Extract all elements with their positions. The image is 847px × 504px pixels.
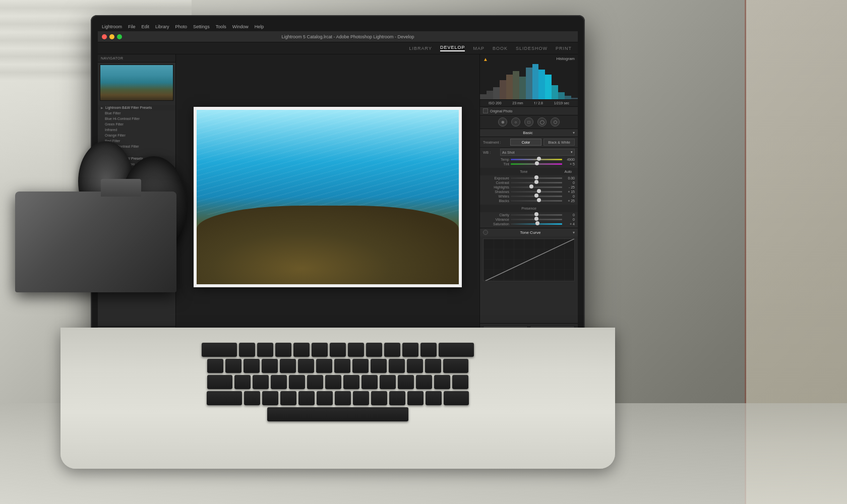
window-title: Lightroom 5 Catalog.lrcat - Adobe Photos…	[122, 34, 574, 39]
highlights-slider-thumb[interactable]	[529, 184, 533, 188]
menu-window[interactable]: Window	[232, 24, 249, 29]
module-bar: LIBRARY DEVELOP MAP BOOK SLIDESHOW PRINT	[98, 42, 578, 54]
bw-treatment-button[interactable]: Black & White	[543, 139, 575, 146]
blacks-slider-thumb[interactable]	[537, 198, 541, 202]
blacks-value: + 25	[564, 199, 575, 203]
key-y	[325, 375, 341, 389]
preset-green-filter[interactable]: Green Filter	[98, 121, 175, 127]
tone-curve-point-button[interactable]	[483, 230, 488, 235]
maximize-button[interactable]	[117, 34, 122, 39]
center-photo-area	[176, 54, 479, 340]
exposure-slider-thumb[interactable]	[534, 175, 538, 179]
right-panel: Histogram ▲	[479, 54, 578, 340]
key-f10	[402, 343, 418, 357]
key-f4	[293, 343, 310, 357]
module-book[interactable]: BOOK	[493, 46, 508, 51]
saturation-slider-thumb[interactable]	[535, 221, 539, 225]
highlights-slider-row: Highlights - 25	[483, 185, 575, 189]
module-develop[interactable]: DEVELOP	[440, 45, 465, 51]
exif-info: ISO 200 23 mm f / 2.8 1/219 sec	[480, 100, 578, 107]
basic-section-title: Basic	[483, 131, 573, 135]
temp-slider-track	[511, 159, 562, 160]
menu-library[interactable]: Library	[155, 24, 169, 29]
clarity-slider-thumb[interactable]	[534, 212, 538, 216]
menu-file[interactable]: File	[128, 24, 136, 29]
highlights-value: - 25	[564, 185, 575, 189]
preset-orange-filter[interactable]: Orange Filter	[98, 133, 175, 138]
shadows-slider-thumb[interactable]	[537, 189, 541, 193]
saturation-slider-track	[511, 223, 562, 225]
menu-help[interactable]: Help	[255, 24, 264, 29]
saturation-label: Saturation	[483, 222, 509, 226]
key-9	[371, 359, 387, 373]
menu-photo[interactable]: Photo	[175, 24, 188, 29]
presence-label: Presence	[483, 206, 575, 211]
tool-strip: ⊕ ○ □ ◯ ⬡	[480, 115, 578, 129]
main-photo	[197, 110, 459, 284]
clarity-slider-row: Clarity 0	[483, 213, 575, 217]
contrast-value: 0	[564, 181, 575, 184]
preset-blue-hicontrast[interactable]: Blue Hi-Contrast Filter	[98, 116, 175, 121]
module-library[interactable]: LIBRARY	[409, 46, 432, 51]
menu-lightroom[interactable]: Lightroom	[102, 24, 122, 29]
color-treatment-button[interactable]: Color	[510, 139, 541, 146]
preset-infrared[interactable]: Infrared	[98, 127, 175, 133]
key-5	[298, 359, 314, 373]
highlights-label: Highlights	[483, 185, 509, 189]
temp-slider-thumb[interactable]	[537, 157, 541, 161]
menu-settings[interactable]: Settings	[193, 24, 210, 29]
wb-row: WB : As Shot ▾	[480, 148, 578, 157]
key-f	[298, 391, 315, 405]
vibrance-slider-thumb[interactable]	[534, 217, 538, 221]
whites-slider-thumb[interactable]	[534, 194, 538, 198]
radial-filter-tool[interactable]: ⬡	[551, 117, 560, 127]
graduated-filter-tool[interactable]: ◯	[537, 117, 547, 127]
saturation-slider-row: Saturation + 4	[483, 222, 575, 226]
module-slideshow[interactable]: SLIDESHOW	[516, 46, 548, 51]
treatment-row: Treatment : Color Black & White	[480, 137, 578, 148]
original-photo-checkbox[interactable]	[483, 108, 488, 113]
exif-aperture: f / 2.8	[534, 101, 543, 105]
key-tab	[207, 375, 232, 389]
key-semicolon	[407, 391, 424, 405]
tone-auto[interactable]: Auto	[565, 170, 575, 173]
exif-shutter: 1/219 sec	[554, 101, 569, 105]
shadows-value: + 15	[564, 190, 575, 194]
exif-focal: 23 mm	[512, 101, 523, 105]
tone-curve-header[interactable]: Tone Curve ▾	[480, 228, 578, 236]
tint-slider-row: Tint + 5	[483, 162, 575, 166]
minimize-button[interactable]	[109, 34, 114, 39]
preset-blue-filter[interactable]: Blue Filter	[98, 110, 175, 116]
key-e	[271, 375, 287, 389]
key-f2	[257, 343, 273, 357]
key-return	[444, 391, 469, 405]
preset-group-title-bw-filter[interactable]: Lightroom B&W Filter Presets	[98, 105, 175, 110]
key-j	[353, 391, 369, 405]
tone-curve-canvas	[483, 238, 575, 281]
wb-label: WB :	[483, 151, 498, 154]
close-button[interactable]	[102, 34, 107, 39]
key-a	[244, 391, 260, 405]
menu-tools[interactable]: Tools	[216, 24, 226, 29]
module-print[interactable]: PRINT	[556, 46, 572, 51]
tint-slider-thumb[interactable]	[535, 161, 539, 165]
key-3	[262, 359, 278, 373]
menu-edit[interactable]: Edit	[142, 24, 150, 29]
crop-tool[interactable]: ⊕	[498, 117, 507, 127]
spot-removal-tool[interactable]: ○	[511, 117, 520, 127]
vibrance-slider-track	[511, 219, 562, 220]
tone-curve-section: Tone Curve ▾	[480, 228, 578, 283]
key-0	[389, 359, 405, 373]
basic-section-header[interactable]: Basic ▾	[480, 129, 578, 137]
original-photo-label: Original Photo	[490, 109, 512, 113]
navigator-area	[98, 62, 175, 103]
key-caps	[207, 391, 242, 405]
module-map[interactable]: MAP	[473, 46, 485, 51]
red-eye-tool[interactable]: □	[524, 117, 533, 127]
contrast-slider-thumb[interactable]	[534, 180, 538, 184]
wb-dropdown[interactable]: As Shot ▾	[500, 149, 575, 156]
whites-slider-track	[511, 196, 562, 197]
key-6	[316, 359, 332, 373]
clarity-slider-track	[511, 214, 562, 216]
key-8	[352, 359, 369, 373]
